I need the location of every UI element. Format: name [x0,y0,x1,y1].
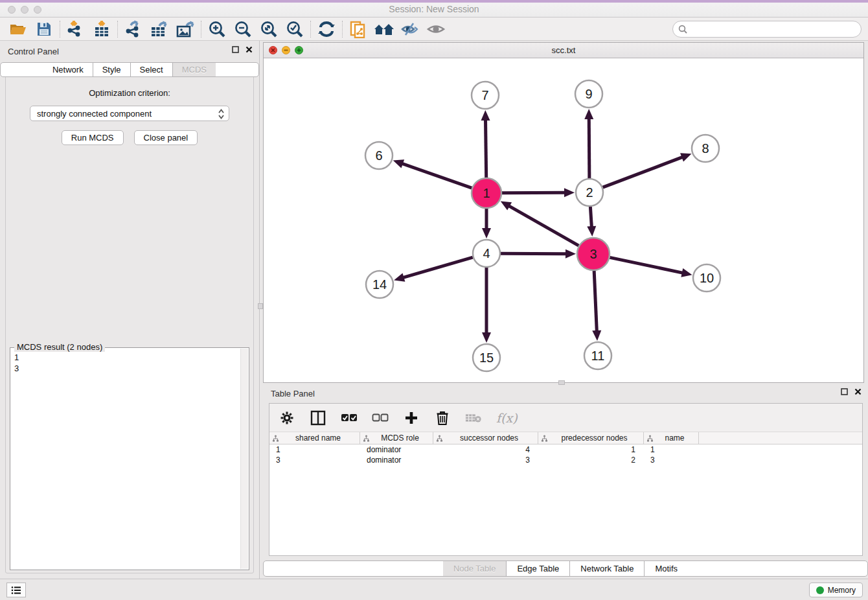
home-icon [374,21,394,37]
graph-edge-1-6[interactable] [402,163,472,188]
delete-row-button[interactable] [434,410,451,426]
column-header-MCDS-role[interactable]: MCDS role [360,432,433,444]
tab-network[interactable]: Network [43,63,93,76]
column-type-icon [646,435,654,442]
float-panel-icon[interactable] [841,388,848,395]
close-panel-icon[interactable] [246,46,253,53]
graph-node-label: 9 [585,87,592,101]
column-header-predecessor-nodes[interactable]: predecessor nodes [538,432,644,444]
split-columns-button[interactable] [310,410,326,426]
zoom-in-button[interactable] [204,19,230,39]
tab-style[interactable]: Style [93,63,131,76]
optimization-criterion-label: Optimization criterion: [6,88,253,98]
graph-edge-1-2[interactable] [502,192,565,193]
zoom-out-button[interactable] [230,19,256,39]
graph-edge-arrowhead [565,249,576,259]
graph-edge-4-14[interactable] [403,257,473,278]
zoom-fit-button[interactable] [256,19,282,39]
memory-button[interactable]: Memory [809,583,863,597]
run-mcds-button[interactable]: Run MCDS [62,130,124,145]
show-panel-button[interactable] [423,19,449,39]
export-image-button[interactable] [172,19,198,39]
result-scrollbar[interactable] [240,349,248,569]
control-panel: Control Panel NetworkStyleSelectMCDS Opt… [0,41,260,579]
table-cell[interactable]: 3 [269,455,360,465]
network-view-window: scc.txt 1234678910111415 [263,42,864,383]
graph-edge-4-3[interactable] [501,253,567,254]
table-cell[interactable]: dominator [360,455,433,465]
close-panel-button[interactable]: Close panel [134,130,198,145]
select-all-icon [341,413,358,422]
graph-node-label: 11 [591,349,605,363]
graph-edge-arrowhead [681,268,692,277]
network-file-button[interactable] [345,19,371,39]
show-panel-icon [426,21,446,37]
graph-edge-arrowhead [592,330,601,341]
main-toolbar [0,17,868,41]
table-tab-node-table[interactable]: Node Table [443,561,507,576]
settings-gear-button[interactable] [279,410,295,426]
tab-select[interactable]: Select [131,63,173,76]
float-panel-icon[interactable] [232,46,239,53]
horizontal-splitter-handle[interactable] [558,380,565,385]
graph-edge-1-7[interactable] [485,119,486,178]
table-tab-network-table[interactable]: Network Table [570,561,645,576]
table-cell[interactable]: dominator [360,444,433,455]
column-header-shared-name[interactable]: shared name [269,432,360,444]
table-toolbar: f(x) [269,404,862,432]
export-image-icon [176,20,195,38]
column-type-icon [272,435,279,442]
graph-edge-arrowhead [587,226,596,237]
import-table-button[interactable] [89,19,115,39]
vertical-splitter-handle[interactable] [258,303,263,309]
add-row-button[interactable] [403,410,420,426]
table-cell[interactable]: 4 [433,444,538,455]
column-header-successor-nodes[interactable]: successor nodes [433,432,538,444]
graph-edge-2-9[interactable] [589,118,589,178]
table-panel: Table Panel [263,383,868,579]
network-window-title: scc.txt [264,45,863,55]
export-network-button[interactable] [120,19,146,39]
mcds-result-box: MCDS result (2 nodes) 13 [10,347,249,570]
deselect-all-button[interactable] [372,410,389,426]
export-table-icon [150,20,169,38]
graph-edge-2-8[interactable] [603,157,683,187]
graph-edge-3-10[interactable] [610,257,683,273]
table-cell[interactable]: 1 [538,444,644,455]
task-history-button[interactable] [6,583,26,597]
function-builder-button[interactable]: f(x) [496,410,518,426]
graph-edge-arrowhead [481,110,490,121]
hide-panel-button[interactable] [397,19,423,39]
table-cell[interactable]: 3 [433,455,538,465]
zoom-selected-button[interactable] [282,19,308,39]
tab-mcds[interactable]: MCDS [173,63,216,76]
column-header-name[interactable]: name [644,432,699,444]
home-button[interactable] [371,19,397,39]
network-window-titlebar[interactable]: scc.txt [264,43,863,58]
table-cell[interactable]: 1 [269,444,360,455]
save-session-button[interactable] [31,19,57,39]
table-cell[interactable]: 1 [644,444,699,455]
table-tab-edge-table[interactable]: Edge Table [507,561,570,576]
mcds-result-item: 1 [14,352,247,363]
graph-edge-3-1[interactable] [508,205,579,246]
delete-table-button[interactable] [465,410,482,426]
apply-layout-button[interactable] [314,19,339,39]
table-cell[interactable]: 2 [538,455,644,465]
column-type-icon [541,435,548,442]
criterion-dropdown[interactable]: strongly connected component [30,106,229,121]
close-panel-icon[interactable] [854,388,862,395]
network-graph-canvas[interactable]: 1234678910111415 [264,58,863,382]
graph-edge-3-11[interactable] [594,271,597,332]
table-cell[interactable]: 3 [644,455,699,465]
import-network-button[interactable] [63,19,89,39]
dropdown-stepper-icon [218,109,224,119]
table-row[interactable]: 1dominator411 [269,444,862,455]
search-input[interactable] [672,21,862,38]
open-file-button[interactable] [5,19,31,39]
table-row[interactable]: 3dominator323 [269,455,862,465]
table-tab-motifs[interactable]: Motifs [645,561,688,576]
export-table-button[interactable] [146,19,172,39]
select-all-button[interactable] [341,410,358,426]
graph-edge-2-3[interactable] [590,207,591,227]
